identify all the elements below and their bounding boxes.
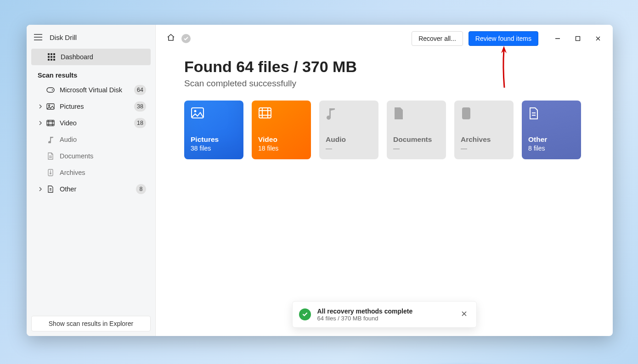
sidebar-item-label: Archives [60, 169, 146, 176]
sidebar-section-title: Scan results [27, 67, 155, 82]
chevron-right-icon[interactable] [36, 104, 45, 109]
sidebar-item-label: Pictures [60, 103, 134, 110]
svg-point-17 [194, 110, 197, 112]
card-title: Archives [461, 135, 507, 144]
svg-rect-1 [51, 53, 52, 55]
svg-rect-13 [47, 120, 54, 126]
sidebar-item-other[interactable]: Other 8 [31, 181, 151, 197]
card-subtitle: 8 files [528, 145, 575, 152]
audio-icon [45, 136, 56, 143]
file-icon [45, 185, 56, 193]
svg-rect-7 [51, 59, 52, 61]
sidebar-item-documents[interactable]: Documents [31, 148, 151, 164]
card-documents[interactable]: Documents — [387, 101, 446, 159]
success-check-icon [299, 308, 311, 320]
sidebar-item-label: Other [60, 185, 136, 193]
video-icon [258, 107, 305, 125]
page-title: Found 64 files / 370 MB [184, 58, 613, 76]
svg-rect-4 [51, 56, 52, 58]
sidebar-item-label: Audio [60, 136, 146, 143]
sidebar-item-label: Video [60, 119, 134, 127]
count-badge: 64 [134, 85, 146, 95]
svg-rect-18 [259, 108, 271, 118]
svg-point-12 [49, 105, 50, 106]
audio-icon [326, 107, 372, 125]
maximize-button[interactable] [568, 32, 588, 45]
card-other[interactable]: Other 8 files [522, 101, 581, 159]
sidebar-header: Disk Drill [27, 25, 155, 49]
card-title: Other [528, 135, 575, 144]
page-subtitle: Scan completed successfully [184, 78, 613, 89]
svg-rect-0 [48, 53, 50, 55]
topbar: Recover all... Review found items [156, 25, 613, 48]
show-in-explorer-button[interactable]: Show scan results in Explorer [31, 316, 151, 331]
sidebar: Disk Drill Dashboard Scan results Micros… [27, 25, 156, 336]
count-badge: 18 [134, 118, 146, 128]
card-title: Pictures [191, 135, 237, 144]
sidebar-footer: Show scan results in Explorer [27, 311, 155, 336]
video-icon [45, 120, 56, 126]
svg-rect-8 [53, 59, 55, 61]
svg-rect-15 [576, 37, 580, 41]
archives-icon [461, 107, 507, 125]
pictures-icon [191, 107, 237, 125]
category-cards: Pictures 38 files Video 18 files Audio — [156, 89, 613, 159]
app-title: Disk Drill [50, 34, 77, 41]
count-badge: 8 [136, 184, 146, 194]
count-badge: 38 [134, 101, 146, 112]
svg-rect-2 [53, 53, 55, 55]
hamburger-menu-icon[interactable] [33, 32, 43, 42]
card-archives[interactable]: Archives — [454, 101, 514, 159]
disk-icon [45, 87, 56, 93]
card-audio[interactable]: Audio — [319, 101, 378, 159]
sidebar-item-label: Microsoft Virtual Disk [60, 86, 134, 94]
app-window: Disk Drill Dashboard Scan results Micros… [27, 25, 613, 336]
sidebar-item-label: Documents [60, 152, 146, 160]
sidebar-item-audio[interactable]: Audio [31, 131, 151, 148]
minimize-button[interactable] [548, 32, 568, 45]
svg-rect-6 [48, 59, 50, 61]
card-video[interactable]: Video 18 files [252, 101, 311, 159]
file-icon [528, 107, 575, 125]
sidebar-item-video[interactable]: Video 18 [31, 115, 151, 131]
card-pictures[interactable]: Pictures 38 files [184, 101, 243, 159]
toast-title: All recovery methods complete [317, 308, 452, 315]
sidebar-item-pictures[interactable]: Pictures 38 [31, 98, 151, 115]
card-subtitle: 18 files [258, 145, 305, 152]
chevron-right-icon[interactable] [36, 121, 45, 125]
svg-rect-9 [47, 88, 54, 92]
svg-rect-3 [48, 56, 50, 58]
svg-rect-5 [53, 56, 55, 58]
pictures-icon [45, 103, 56, 110]
status-complete-icon [181, 34, 191, 43]
review-found-items-button[interactable]: Review found items [469, 31, 538, 46]
sidebar-item-disk[interactable]: Microsoft Virtual Disk 64 [31, 82, 151, 98]
card-title: Video [258, 135, 305, 144]
sidebar-item-label: Dashboard [61, 53, 146, 61]
card-subtitle: — [461, 145, 507, 152]
home-icon[interactable] [167, 34, 175, 44]
card-subtitle: — [393, 145, 440, 152]
card-title: Documents [393, 135, 440, 144]
card-subtitle: — [326, 145, 372, 152]
dashboard-icon [46, 53, 57, 61]
window-controls [548, 32, 608, 45]
documents-icon [393, 107, 440, 125]
documents-icon [45, 152, 56, 160]
svg-point-10 [52, 90, 53, 90]
recover-all-button[interactable]: Recover all... [412, 31, 463, 46]
headline: Found 64 files / 370 MB Scan completed s… [156, 48, 613, 89]
toast-subtitle: 64 files / 370 MB found [317, 315, 452, 322]
card-subtitle: 38 files [191, 145, 237, 152]
toast-notification: All recovery methods complete 64 files /… [292, 301, 477, 328]
sidebar-item-dashboard[interactable]: Dashboard [31, 49, 151, 65]
main-area: Recover all... Review found items Found … [156, 25, 613, 336]
toast-close-icon[interactable] [458, 308, 470, 321]
archives-icon [45, 169, 56, 176]
card-title: Audio [326, 135, 372, 144]
sidebar-item-archives[interactable]: Archives [31, 164, 151, 181]
chevron-right-icon[interactable] [36, 187, 45, 191]
close-button[interactable] [588, 32, 608, 45]
